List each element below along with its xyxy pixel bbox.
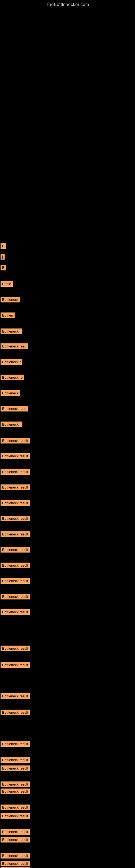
items-container: B|BBottleBottleneckBottlenBottleneck rBo… (0, 7, 135, 868)
bottleneck-item-21: Bottleneck result (1, 547, 30, 553)
bottleneck-item-28: Bottleneck result (1, 693, 30, 699)
bottleneck-item-40: Bottleneck result (1, 861, 30, 866)
bottleneck-item-31: Bottleneck result (1, 757, 30, 763)
bottleneck-item-37: Bottleneck result (1, 829, 30, 835)
bottleneck-item-36: Bottleneck result (1, 813, 30, 819)
bottleneck-item-29: Bottleneck result (1, 710, 30, 715)
bottleneck-item-5: Bottleneck (1, 297, 20, 303)
bottleneck-item-15: Bottleneck result (1, 453, 30, 459)
bottleneck-item-26: Bottleneck result (1, 646, 30, 651)
bottleneck-item-30: Bottleneck result (1, 741, 30, 747)
bottleneck-item-3: B (1, 265, 6, 271)
bottleneck-item-19: Bottleneck result (1, 516, 30, 521)
bottleneck-item-20: Bottleneck result (1, 531, 30, 537)
bottleneck-item-17: Bottleneck result (1, 485, 30, 490)
page-wrapper: TheBottlenecker.com B|BBottleBottleneckB… (0, 0, 135, 868)
bottleneck-item-41: Bottleneck result (1, 867, 30, 868)
bottleneck-item-8: Bottleneck resu (1, 343, 28, 349)
bottleneck-item-27: Bottleneck result (1, 662, 30, 668)
bottleneck-item-35: Bottleneck result (1, 805, 30, 810)
bottleneck-item-22: Bottleneck result (1, 563, 30, 568)
bottleneck-item-9: Bottleneck r (1, 359, 22, 365)
bottleneck-item-6: Bottlen (1, 312, 14, 318)
bottleneck-item-38: Bottleneck result (1, 837, 30, 842)
site-title: TheBottlenecker.com (0, 0, 135, 7)
bottleneck-item-33: Bottleneck result (1, 781, 30, 787)
bottleneck-item-12: Bottleneck resu (1, 406, 28, 411)
bottleneck-item-10: Bottleneck re (1, 375, 24, 380)
bottleneck-item-23: Bottleneck result (1, 578, 30, 584)
bottleneck-item-13: Bottleneck r (1, 422, 22, 427)
bottleneck-item-7: Bottleneck r (1, 329, 22, 334)
bottleneck-item-25: Bottleneck result (1, 609, 30, 615)
bottleneck-item-34: Bottleneck result (1, 788, 30, 794)
bottleneck-item-14: Bottleneck result (1, 438, 30, 443)
bottleneck-item-32: Bottleneck result (1, 766, 30, 771)
bottleneck-item-16: Bottleneck result (1, 469, 30, 475)
bottleneck-item-24: Bottleneck result (1, 594, 30, 599)
bottleneck-item-2: | (1, 254, 5, 259)
bottleneck-item-1: B (1, 243, 6, 249)
bottleneck-item-11: Bottleneck (1, 390, 20, 396)
bottleneck-item-39: Bottleneck result (1, 853, 30, 859)
bottleneck-item-18: Bottleneck result (1, 500, 30, 506)
bottleneck-item-4: Bottle (1, 281, 13, 287)
